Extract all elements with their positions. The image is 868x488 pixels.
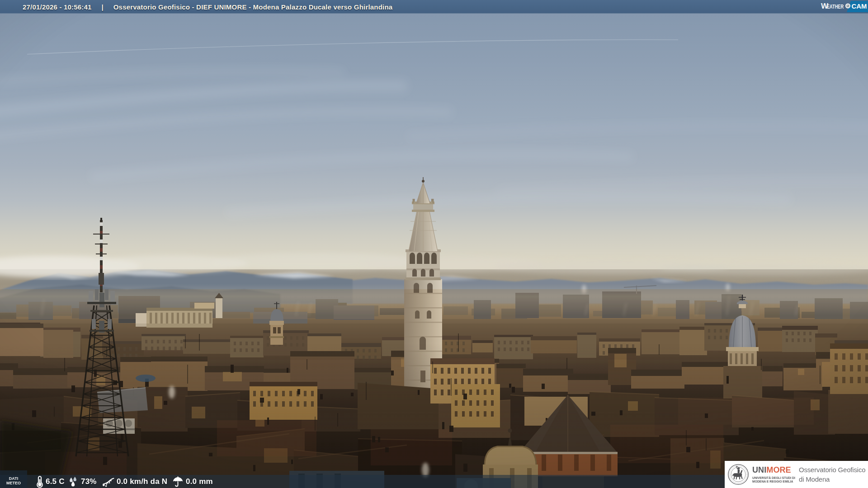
svg-text:CAM: CAM: [852, 2, 867, 10]
svg-text:EATHER: EATHER: [827, 4, 844, 10]
